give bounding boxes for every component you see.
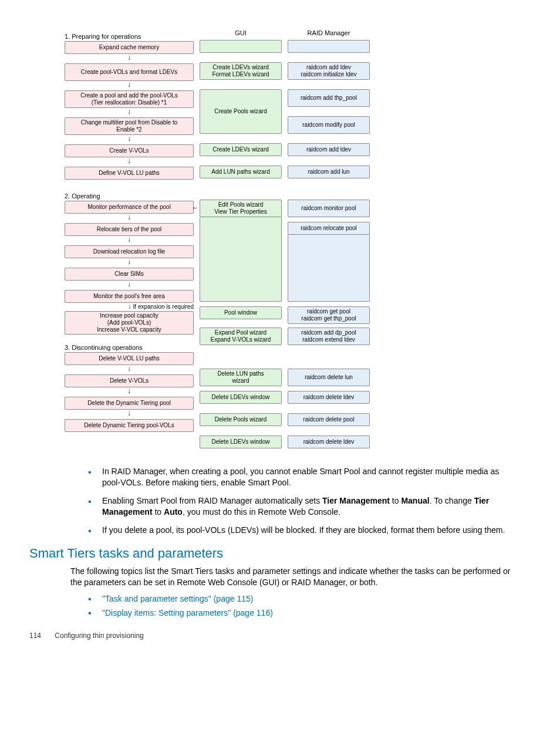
arrow-down-icon: ↓	[127, 410, 131, 419]
raid-monitor-pool: raidcom monitor pool	[288, 200, 370, 217]
section1-label: 1. Preparing for operations	[65, 33, 194, 40]
step-monitor-perf-label: Monitor performance of the pool	[87, 204, 171, 211]
link-item: "Display items: Setting parameters" (pag…	[88, 608, 531, 617]
link-list: "Task and parameter settings" (page 115)…	[88, 594, 531, 617]
text: , you must do this in Remote Web Console…	[183, 507, 340, 517]
bold: Auto	[164, 507, 183, 517]
gui-header: GUI	[235, 29, 247, 38]
gui-create-ldevs2: Create LDEVs wizard	[200, 143, 282, 156]
step-relocate: Relocate tiers of the pool	[65, 223, 194, 236]
step-monitor-perf: Monitor performance of the pool←	[65, 201, 194, 214]
text: to	[153, 507, 164, 517]
step-delete-lu: Delete V-VOL LU paths	[65, 352, 194, 365]
raid-blank1	[288, 40, 370, 53]
gui-edit-view: Edit Pools wizard View Tier Properties	[200, 200, 282, 217]
expansion-note: ↓ If expansion is required	[65, 303, 194, 311]
arrow-down-icon: ↓	[127, 236, 131, 245]
step-download-log: Download relocation log file	[65, 245, 194, 258]
raid-delete-ldev: raidcom delete ldev	[288, 391, 370, 404]
gui-pool-window: Pool window	[200, 306, 282, 319]
raid-get-pool: raidcom get pool raidcom get thp_pool	[288, 306, 370, 324]
section3-label: 3. Discontinuing operations	[65, 344, 194, 351]
section-heading: Smart Tiers tasks and parameters	[29, 546, 531, 561]
gui-expand-pool: Expand Pool wizard Expand V-VOLs wizard	[200, 328, 282, 345]
expansion-note-label: If expansion is required	[133, 303, 194, 310]
raid-add-lun: raidcom add lun	[288, 166, 370, 178]
arrow-down-icon: ↓	[127, 365, 131, 374]
step-clear-sims: Clear SIMs	[65, 268, 194, 281]
workflow-diagram: 1. Preparing for operations Expand cache…	[65, 29, 531, 448]
raid-add-thp: raidcom add thp_pool	[288, 89, 370, 107]
gui-column: GUI Create LDEVs wizard Format LDEVs wiz…	[200, 29, 282, 448]
gui-delete-ldevs2: Delete LDEVs window	[200, 436, 282, 448]
step-define-lu: Define V-VOL LU paths	[65, 167, 194, 180]
text: . To change	[430, 496, 474, 505]
bold: Manual	[401, 496, 429, 505]
link-task-parameters[interactable]: "Task and parameter settings" (page 115)	[102, 594, 253, 603]
arrow-down-icon: ↓	[127, 387, 131, 397]
page-footer: 114 Configuring thin provisioning	[29, 632, 531, 640]
note-item: In RAID Manager, when creating a pool, y…	[88, 466, 519, 488]
step-create-poolvols: Create pool-VOLs and format LDEVs	[65, 63, 194, 81]
gui-add-lun: Add LUN paths wizard	[200, 166, 282, 178]
step-increase-capacity: Increase pool capacity (Add pool-VOLs) I…	[65, 311, 194, 335]
arrow-down-icon: ↓	[127, 214, 131, 223]
raid-column: RAID Manager raidcom add ldev raidcom in…	[288, 29, 370, 448]
arrow-left-icon: ←	[192, 204, 199, 212]
page-number: 114	[29, 632, 53, 640]
step-create-vvols: Create V-VOLs	[65, 144, 194, 157]
arrow-down-icon: ↓	[127, 157, 131, 167]
flow-column: 1. Preparing for operations Expand cache…	[65, 29, 194, 448]
gui-blank2	[200, 217, 282, 302]
gui-delete-pools: Delete Pools wizard	[200, 413, 282, 426]
arrow-down-icon: ↓	[127, 258, 131, 268]
step-delete-vvols: Delete V-VOLs	[65, 374, 194, 387]
raid-delete-pool: raidcom delete pool	[288, 413, 370, 426]
raid-delete-lun: raidcom delete lun	[288, 369, 370, 386]
step-create-pool-add: Create a pool and add the pool-VOLs (Tie…	[65, 90, 194, 108]
text: to	[390, 496, 401, 505]
raid-delete-ldev2: raidcom delete ldev	[288, 436, 370, 448]
step-delete-dt-vols: Delete Dynamic Tiering pool-VOLs	[65, 419, 194, 432]
raid-modify-pool: raidcom modify pool	[288, 116, 370, 134]
raid-blank2	[288, 235, 370, 302]
note-item: If you delete a pool, its pool-VOLs (LDE…	[88, 525, 519, 536]
arrow-down-icon: ↓	[127, 54, 131, 63]
raid-header: RAID Manager	[308, 29, 350, 38]
section2-label: 2. Operating	[65, 193, 194, 200]
footer-title: Configuring thin provisioning	[55, 632, 143, 640]
gui-create-ldevs: Create LDEVs wizard Format LDEVs wizard	[200, 62, 282, 80]
step-delete-dt-pool: Delete the Dynamic Tiering pool	[65, 397, 194, 410]
note-item: Enabling Smart Pool from RAID Manager au…	[88, 495, 519, 518]
gui-delete-lun: Delete LUN paths wizard	[200, 369, 282, 386]
section-paragraph: The following topics list the Smart Tier…	[70, 566, 519, 588]
link-display-items[interactable]: "Display items: Setting parameters" (pag…	[102, 608, 273, 617]
gui-create-pools: Create Pools wizard	[200, 89, 282, 134]
raid-relocate-pool: raidcom relocate pool	[288, 222, 370, 235]
raid-add-ldev: raidcom add ldev raidcom initialize ldev	[288, 62, 370, 80]
raid-add-dp: raidcom add dp_pool raidcom extend ldev	[288, 328, 370, 345]
raid-add-ldev2: raidcom add ldev	[288, 143, 370, 156]
arrow-down-icon: ↓	[127, 281, 131, 290]
gui-blank1	[200, 40, 282, 53]
text: Enabling Smart Pool from RAID Manager au…	[102, 496, 322, 505]
notes-list: In RAID Manager, when creating a pool, y…	[88, 466, 519, 535]
step-change-multitier: Change multitier pool from Disable to En…	[65, 117, 194, 135]
arrow-down-icon: ↓	[127, 108, 131, 117]
link-item: "Task and parameter settings" (page 115)	[88, 594, 531, 603]
arrow-down-icon: ↓	[127, 135, 131, 144]
arrow-down-icon: ↓	[127, 81, 131, 90]
step-expand-cache: Expand cache memory	[65, 41, 194, 54]
step-monitor-free: Monitor the pool's free area	[65, 290, 194, 303]
gui-delete-ldevs: Delete LDEVs window	[200, 391, 282, 404]
bold: Tier Management	[322, 496, 390, 505]
